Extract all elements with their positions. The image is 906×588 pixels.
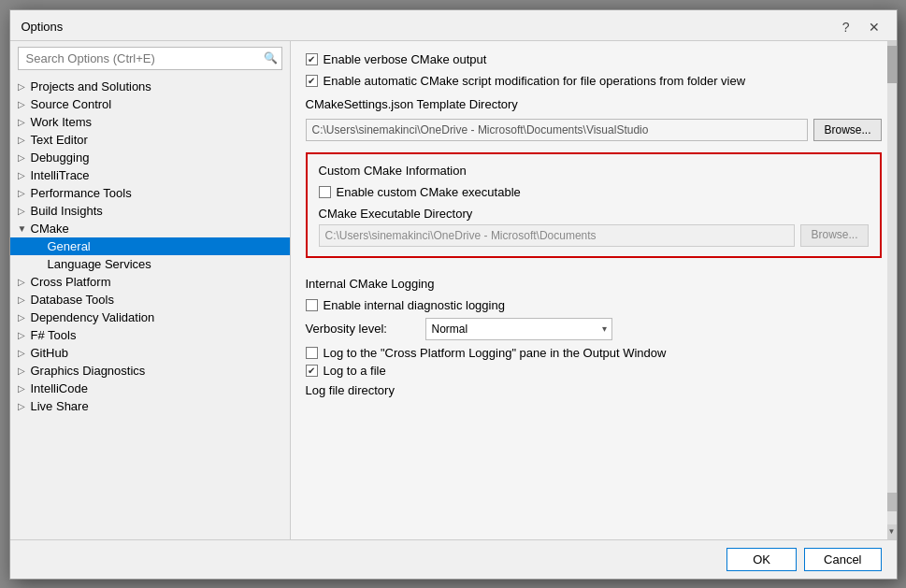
exe-dir-input [319,224,796,247]
arrow-icon: ▷ [18,401,31,411]
title-bar: Options ? ✕ [10,10,897,41]
sidebar-item-label: Database Tools [31,293,114,307]
sidebar-item-cross-platform[interactable]: ▷Cross Platform [10,273,290,291]
log-dir-label-row: Log file directory [306,383,882,397]
verbosity-row: Verbosity level: Normal Verbose Debug [306,318,882,340]
verbose-cmake-row: Enable verbose CMake output [306,52,882,66]
cancel-button[interactable]: Cancel [804,548,881,571]
dialog-title: Options [22,20,64,34]
sidebar-item-label: GitHub [31,346,68,360]
sidebar-item-label: Work Items [31,115,93,129]
scroll-down-arrow[interactable]: ▼ [887,524,897,539]
verbose-cmake-label: Enable verbose CMake output [324,52,487,66]
logging-title: Internal CMake Logging [306,277,882,291]
exe-dir-row: Browse... [319,224,869,247]
log-cross-platform-checkbox[interactable] [306,347,318,359]
sidebar-item-intellitrace[interactable]: ▷IntelliTrace [10,166,290,184]
content-scrollbar[interactable]: ▲ ▼ [887,41,897,539]
sidebar-item-label: Performance Tools [31,186,132,200]
arrow-icon: ▷ [18,366,31,376]
log-cross-platform-label: Log to the "Cross Platform Logging" pane… [324,346,667,360]
sidebar-item-cmake[interactable]: ▼CMake [10,220,290,237]
enable-logging-row: Enable internal diagnostic logging [306,298,882,312]
arrow-icon: ▷ [18,188,31,198]
tree: ▷Projects and Solutions▷Source Control▷W… [10,76,290,539]
cmake-dir-browse-button[interactable]: Browse... [813,119,881,141]
sidebar-item-label: Text Editor [31,133,88,147]
sidebar-item-text-editor[interactable]: ▷Text Editor [10,131,290,149]
sidebar: 🔍 ▷Projects and Solutions▷Source Control… [10,41,291,539]
search-box[interactable]: 🔍 [18,47,282,70]
log-dir-label: Log file directory [306,383,395,397]
arrow-icon: ▷ [18,206,31,216]
sidebar-item-performance-tools[interactable]: ▷Performance Tools [10,184,290,202]
sidebar-item-label: IntelliCode [31,381,88,395]
arrow-icon: ▷ [18,152,31,163]
options-dialog: Options ? ✕ 🔍 ▷Projects and Solutions▷So… [9,9,898,580]
search-icon: 🔍 [264,51,278,65]
help-button[interactable]: ? [837,18,856,36]
dialog-footer: OK Cancel [10,539,897,579]
content-scrollbar-thumb[interactable] [887,46,897,83]
sidebar-item-debugging[interactable]: ▷Debugging [10,149,290,166]
search-input[interactable] [22,50,264,67]
arrow-icon: ▷ [18,277,31,287]
sidebar-item-label: Cross Platform [31,275,111,289]
sidebar-item-graphics-diagnostics[interactable]: ▷Graphics Diagnostics [10,362,290,380]
sidebar-item-projects[interactable]: ▷Projects and Solutions [10,78,290,95]
sidebar-item-label: Language Services [48,257,151,271]
custom-cmake-title: Custom CMake Information [319,164,869,178]
verbosity-select[interactable]: Normal Verbose Debug [425,318,612,340]
enable-logging-checkbox[interactable] [306,299,318,311]
sidebar-item-intellicode[interactable]: ▷IntelliCode [10,380,290,397]
sidebar-item-source-control[interactable]: ▷Source Control [10,95,290,113]
log-file-checkbox[interactable] [306,365,318,377]
sidebar-item-label: Debugging [31,151,90,165]
sidebar-item-database-tools[interactable]: ▷Database Tools [10,291,290,308]
arrow-icon: ▼ [18,223,31,234]
enable-custom-cmake-checkbox[interactable] [319,186,331,198]
sidebar-item-cmake-general[interactable]: General [10,237,290,255]
cmake-dir-row: Browse... [306,119,882,141]
arrow-icon: ▷ [18,135,31,145]
sidebar-item-label: Source Control [31,97,112,111]
exe-dir-label: CMake Executable Directory [319,207,869,221]
sidebar-item-label: IntelliTrace [31,168,90,182]
sidebar-item-label: General [48,239,91,253]
sidebar-item-label: Build Insights [31,204,103,218]
verbosity-label: Verbosity level: [306,322,418,336]
sidebar-item-label: Dependency Validation [31,310,155,324]
cmake-dir-input[interactable] [306,119,809,141]
enable-logging-label: Enable internal diagnostic logging [324,298,505,312]
sidebar-item-label: CMake [31,222,69,236]
close-button[interactable]: ✕ [863,18,885,36]
sidebar-item-label: F# Tools [31,328,77,342]
auto-cmake-checkbox[interactable] [306,75,318,87]
sidebar-item-cmake-language[interactable]: Language Services [10,255,290,273]
content-panel: Enable verbose CMake output Enable autom… [291,41,897,539]
sidebar-item-live-share[interactable]: ▷Live Share [10,397,290,415]
sidebar-item-build-insights[interactable]: ▷Build Insights [10,202,290,220]
arrow-icon: ▷ [18,383,31,394]
sidebar-item-label: Live Share [31,399,89,413]
arrow-icon: ▷ [18,117,31,127]
exe-dir-browse-button: Browse... [800,224,868,247]
sidebar-item-dependency-validation[interactable]: ▷Dependency Validation [10,308,290,326]
sidebar-item-github[interactable]: ▷GitHub [10,344,290,362]
log-file-row: Log to a file [306,364,882,378]
verbose-cmake-checkbox[interactable] [306,53,318,65]
ok-button[interactable]: OK [726,548,797,571]
content-scrollbar-thumb-bottom[interactable] [887,493,897,511]
arrow-icon: ▷ [18,312,31,323]
verbosity-select-wrapper[interactable]: Normal Verbose Debug [425,318,612,340]
arrow-icon: ▷ [18,330,31,340]
dialog-body: 🔍 ▷Projects and Solutions▷Source Control… [10,41,897,539]
enable-custom-cmake-row: Enable custom CMake executable [319,185,869,199]
sidebar-item-label: Graphics Diagnostics [31,364,146,378]
sidebar-item-label: Projects and Solutions [31,79,151,93]
sidebar-item-work-items[interactable]: ▷Work Items [10,113,290,131]
sidebar-item-fsharp-tools[interactable]: ▷F# Tools [10,326,290,344]
auto-cmake-row: Enable automatic CMake script modificati… [306,74,882,88]
cmake-dir-label-row: CMakeSettings.json Template Directory [306,97,882,111]
logging-section: Internal CMake Logging Enable internal d… [306,277,882,397]
